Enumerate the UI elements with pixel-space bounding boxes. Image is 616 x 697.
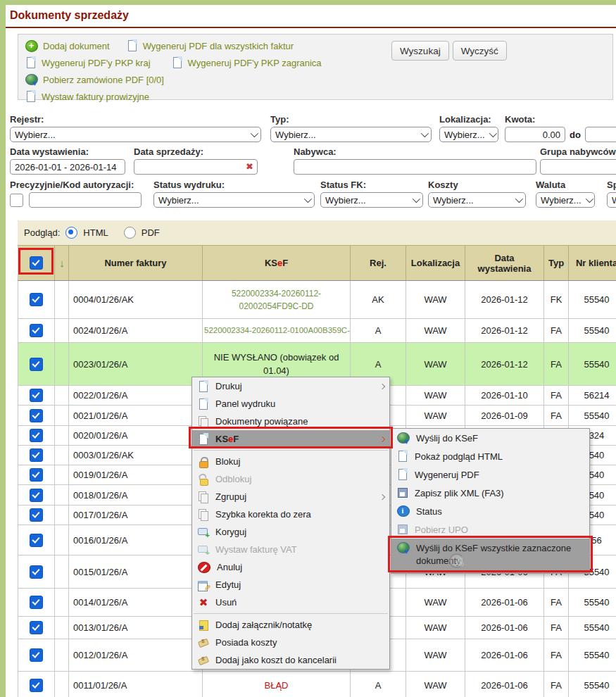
menu-item-drukuj[interactable]: Drukuj (192, 377, 389, 395)
menu-item-szybka-korekta[interactable]: Szybka korekta do zera (192, 506, 389, 523)
row-checkbox[interactable] (30, 448, 43, 462)
menu-item-dodaj-zalacznik[interactable]: Dodaj załącznik/notatkę (192, 616, 389, 634)
documents-icon (198, 491, 209, 503)
col-nr-klienta[interactable]: Nr klienta (569, 246, 616, 281)
row-checkbox[interactable] (30, 648, 43, 662)
row-checkbox[interactable] (30, 409, 43, 422)
menu-item-blokuj[interactable]: Blokuj (192, 453, 389, 470)
lock-icon (198, 456, 209, 467)
submenu-item-status[interactable]: Status (391, 502, 589, 520)
rejestr-select[interactable]: Wybierz... (10, 127, 261, 142)
row-checkbox[interactable] (30, 389, 43, 402)
col-numer-faktury[interactable]: Numer faktury (69, 246, 203, 281)
typ-select[interactable]: Wybierz... (270, 127, 432, 142)
row-checkbox[interactable] (30, 293, 43, 306)
note-icon (198, 620, 209, 631)
preview-pdf-radio[interactable] (124, 227, 136, 239)
data-sprzedazy-label: Data sprzedaży: (134, 146, 258, 157)
add-icon (25, 40, 38, 52)
col-data-wystawienia[interactable]: Data wystawienia (465, 246, 544, 281)
cost-tag-icon (198, 637, 209, 648)
generate-pdf-all-link[interactable]: Wygeneruj PDF dla wszystkich faktur (127, 40, 294, 51)
search-buttons: Wyszukaj Wyczyść (391, 41, 507, 61)
menu-item-ksef[interactable]: KSeF (192, 430, 389, 448)
document-icon (397, 451, 408, 462)
menu-item-posiada-koszty[interactable]: Posiada koszty (192, 634, 389, 651)
waluta-select[interactable]: Wybierz... (536, 192, 595, 208)
row-checkbox[interactable] (30, 621, 43, 634)
row-checkbox[interactable] (30, 429, 43, 442)
kwota-label: Kwota: (505, 114, 616, 125)
unlock-icon (198, 474, 209, 485)
submenu-item-wyslij-wszystkie-zaznaczone[interactable]: Wyślij do KSeF wszystkie zaznaczone doku… (391, 539, 589, 573)
row-checkbox[interactable] (30, 534, 43, 547)
menu-item-anuluj[interactable]: Anuluj (192, 558, 389, 576)
row-checkbox[interactable] (30, 358, 43, 371)
menu-separator (194, 450, 388, 451)
row-checkbox[interactable] (30, 565, 43, 579)
menu-item-panel-wydruku[interactable]: Panel wydruku (192, 395, 389, 413)
table-row[interactable]: 0024/01/26/A 5220002334-20260112-0100A00… (18, 319, 616, 343)
select-all-checkbox[interactable] (30, 256, 43, 270)
nabywca-input[interactable] (294, 159, 536, 175)
row-checkbox[interactable] (30, 324, 43, 337)
menu-item-koryguj[interactable]: Koryguj (192, 523, 389, 541)
clear-x-icon[interactable] (246, 161, 253, 172)
document-icon (397, 469, 408, 480)
grupa-nabywcow-input[interactable] (540, 159, 616, 175)
kwota-to-input[interactable] (585, 127, 616, 142)
document-icon (25, 57, 37, 68)
data-sprzedazy-input[interactable] (134, 159, 258, 175)
generate-pdf-pkp-zagranica-link[interactable]: Wygeneruj PDF'y PKP zagranica (172, 57, 322, 68)
menu-item-zgrupuj[interactable]: Zgrupuj (192, 488, 389, 506)
sort-desc-icon[interactable] (56, 257, 68, 268)
floppy-icon (397, 524, 408, 535)
row-checkbox[interactable] (30, 508, 43, 522)
row-checkbox[interactable] (30, 468, 43, 482)
download-ordered-pdf-link[interactable]: Pobierz zamówione PDF [0/0] (25, 74, 164, 85)
document-icon (198, 398, 209, 410)
submenu-item-wyslij-do-ksef[interactable]: Wyślij do KSeF (391, 429, 589, 447)
comment-add-icon (198, 544, 209, 555)
kwota-from-input[interactable] (505, 127, 565, 142)
document-icon (127, 40, 138, 51)
add-document-link[interactable]: Dodaj dokument (25, 40, 110, 52)
menu-item-dokumenty-powiazane[interactable]: Dokumenty powiązane (192, 413, 389, 430)
kod-autoryzacji-input[interactable] (29, 192, 142, 208)
submenu-item-pokaz-podglad-html[interactable]: Pokaż podgląd HTML (391, 447, 589, 465)
menu-item-wystaw-fakture-vat: Wystaw fakturę VAT (192, 541, 389, 558)
menu-item-usun[interactable]: Usuń (192, 594, 389, 611)
clear-button[interactable]: Wyczyść (453, 41, 507, 61)
submenu-item-wygeneruj-pdf[interactable]: Wygeneruj PDF (391, 465, 589, 484)
table-row[interactable]: 0004/01/26/AK 5220002334-20260112-020020… (18, 281, 616, 319)
precyzyjnie-checkbox[interactable] (10, 194, 23, 207)
koszty-select[interactable]: Wybierz... (428, 192, 526, 208)
select-all-header (18, 246, 55, 281)
col-ksef[interactable]: KSeF (203, 246, 351, 281)
menu-item-edytuj[interactable]: Edytuj (192, 576, 389, 594)
preview-html-radio[interactable] (65, 227, 77, 239)
col-typ[interactable]: Typ (544, 246, 569, 281)
row-checkbox[interactable] (30, 596, 43, 609)
spr-select[interactable]: Wybierz... (607, 192, 616, 208)
data-wystawienia-input[interactable] (10, 159, 125, 175)
col-rej[interactable]: Rej. (351, 246, 406, 281)
col-lokalizacja[interactable]: Lokalizacja (406, 246, 465, 281)
row-checkbox[interactable] (30, 679, 43, 692)
row-checkbox[interactable] (30, 489, 43, 502)
table-row[interactable]: 0011/01/26/A BŁĄD AWAW 2026-01-06FA55540 (18, 672, 616, 697)
delete-icon (198, 597, 209, 608)
lokalizacja-select[interactable]: Wybierz... (439, 127, 498, 142)
menu-item-dodaj-jako-koszt[interactable]: Dodaj jako koszt do kancelarii (192, 651, 389, 669)
status-wydruku-select[interactable]: Wybierz... (153, 192, 315, 208)
page-frame-left (0, 0, 6, 697)
issue-commission-invoices-link[interactable]: Wystaw faktury prowizyjne (25, 91, 149, 102)
info-icon (397, 506, 410, 517)
generate-pdf-pkp-kraj-link[interactable]: Wygeneruj PDF'y PKP kraj (25, 57, 151, 68)
toolbar: Dodaj dokument Wygeneruj PDF dla wszystk… (18, 34, 613, 100)
context-menu: Drukuj Panel wydruku Dokumenty powiązane… (191, 377, 390, 670)
search-button[interactable]: Wyszukaj (391, 41, 449, 61)
status-fk-select[interactable]: Wybierz... (320, 192, 423, 208)
submenu-item-zapisz-xml-fa3[interactable]: Zapisz plik XML (FA3) (391, 484, 589, 502)
chevron-down-icon (515, 195, 523, 203)
